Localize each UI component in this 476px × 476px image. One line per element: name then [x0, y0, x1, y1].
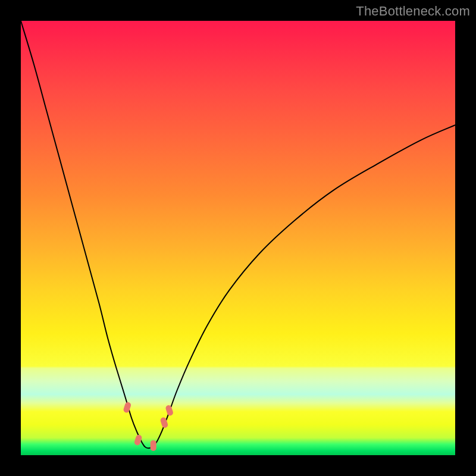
- curve-layer: [21, 21, 455, 455]
- bottleneck-curve: [21, 21, 455, 448]
- vertex-right-marker: [151, 440, 156, 451]
- plot-area: [21, 21, 455, 455]
- watermark-text: TheBottleneck.com: [356, 4, 470, 19]
- chart-frame: TheBottleneck.com: [0, 0, 476, 476]
- marker-group: [123, 402, 174, 451]
- left-slope-marker: [123, 402, 131, 414]
- upper-right-marker: [165, 405, 174, 416]
